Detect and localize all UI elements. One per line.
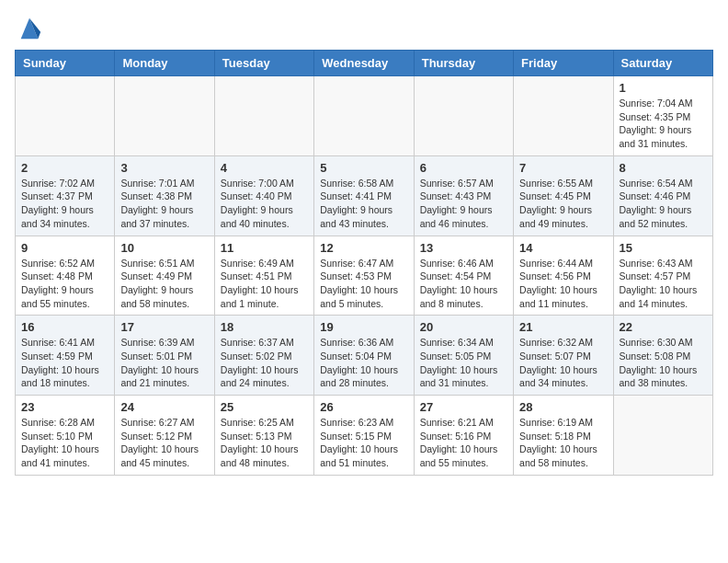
day-number: 12 (320, 241, 407, 255)
calendar-day-header: Saturday (613, 51, 712, 76)
calendar-day-header: Wednesday (314, 51, 414, 76)
calendar-day-cell: 7Sunrise: 6:55 AM Sunset: 4:45 PM Daylig… (514, 155, 613, 236)
calendar-day-cell: 12Sunrise: 6:47 AM Sunset: 4:53 PM Dayli… (314, 236, 414, 316)
day-info: Sunrise: 7:02 AM Sunset: 4:37 PM Dayligh… (21, 177, 108, 231)
calendar-day-cell: 25Sunrise: 6:25 AM Sunset: 5:13 PM Dayli… (214, 396, 313, 476)
day-info: Sunrise: 6:19 AM Sunset: 5:18 PM Dayligh… (519, 416, 607, 470)
day-info: Sunrise: 6:49 AM Sunset: 4:51 PM Dayligh… (221, 257, 308, 311)
day-number: 24 (120, 400, 208, 414)
calendar-day-cell (115, 76, 214, 156)
day-info: Sunrise: 7:01 AM Sunset: 4:38 PM Dayligh… (120, 177, 208, 231)
day-number: 7 (519, 161, 607, 175)
day-info: Sunrise: 6:57 AM Sunset: 4:43 PM Dayligh… (420, 177, 507, 231)
day-number: 17 (120, 320, 208, 334)
calendar-day-cell: 17Sunrise: 6:39 AM Sunset: 5:01 PM Dayli… (115, 316, 214, 396)
day-info: Sunrise: 6:34 AM Sunset: 5:05 PM Dayligh… (420, 336, 507, 390)
day-info: Sunrise: 6:30 AM Sunset: 5:08 PM Dayligh… (620, 336, 707, 390)
calendar-day-cell: 18Sunrise: 6:37 AM Sunset: 5:02 PM Dayli… (214, 316, 313, 396)
day-number: 23 (21, 400, 108, 414)
calendar-day-cell (514, 76, 613, 156)
calendar-day-cell: 24Sunrise: 6:27 AM Sunset: 5:12 PM Dayli… (115, 396, 214, 476)
day-info: Sunrise: 6:25 AM Sunset: 5:13 PM Dayligh… (221, 416, 308, 470)
day-number: 10 (120, 241, 208, 255)
day-number: 2 (21, 161, 108, 175)
day-number: 11 (221, 241, 308, 255)
calendar-day-cell: 13Sunrise: 6:46 AM Sunset: 4:54 PM Dayli… (414, 236, 513, 316)
calendar-day-cell: 5Sunrise: 6:58 AM Sunset: 4:41 PM Daylig… (314, 155, 414, 236)
day-info: Sunrise: 6:55 AM Sunset: 4:45 PM Dayligh… (519, 177, 607, 231)
day-number: 22 (620, 320, 707, 334)
calendar-day-cell: 21Sunrise: 6:32 AM Sunset: 5:07 PM Dayli… (514, 316, 613, 396)
day-number: 3 (120, 161, 208, 175)
day-info: Sunrise: 7:00 AM Sunset: 4:40 PM Dayligh… (221, 177, 308, 231)
calendar-day-cell: 1Sunrise: 7:04 AM Sunset: 4:35 PM Daylig… (613, 76, 712, 156)
day-info: Sunrise: 6:51 AM Sunset: 4:49 PM Dayligh… (120, 257, 208, 311)
calendar-header-row: SundayMondayTuesdayWednesdayThursdayFrid… (16, 51, 713, 76)
day-number: 14 (519, 241, 607, 255)
day-number: 21 (519, 320, 607, 334)
calendar-day-cell: 14Sunrise: 6:44 AM Sunset: 4:56 PM Dayli… (514, 236, 613, 316)
day-info: Sunrise: 6:21 AM Sunset: 5:16 PM Dayligh… (420, 416, 507, 470)
day-number: 6 (420, 161, 507, 175)
day-number: 8 (620, 161, 707, 175)
day-info: Sunrise: 6:46 AM Sunset: 4:54 PM Dayligh… (420, 257, 507, 311)
day-info: Sunrise: 6:32 AM Sunset: 5:07 PM Dayligh… (519, 336, 607, 390)
calendar-day-cell: 4Sunrise: 7:00 AM Sunset: 4:40 PM Daylig… (214, 155, 313, 236)
calendar-table: SundayMondayTuesdayWednesdayThursdayFrid… (15, 50, 713, 476)
calendar-day-cell: 19Sunrise: 6:36 AM Sunset: 5:04 PM Dayli… (314, 316, 414, 396)
calendar-week-row: 16Sunrise: 6:41 AM Sunset: 4:59 PM Dayli… (16, 316, 713, 396)
day-number: 18 (221, 320, 308, 334)
day-info: Sunrise: 6:28 AM Sunset: 5:10 PM Dayligh… (21, 416, 108, 470)
calendar-day-cell: 22Sunrise: 6:30 AM Sunset: 5:08 PM Dayli… (613, 316, 712, 396)
calendar-week-row: 2Sunrise: 7:02 AM Sunset: 4:37 PM Daylig… (16, 155, 713, 236)
calendar-day-cell: 28Sunrise: 6:19 AM Sunset: 5:18 PM Dayli… (514, 396, 613, 476)
calendar-day-cell (214, 76, 313, 156)
day-number: 19 (320, 320, 407, 334)
day-number: 28 (519, 400, 607, 414)
day-number: 20 (420, 320, 507, 334)
logo-icon (17, 15, 42, 40)
day-number: 15 (620, 241, 707, 255)
day-number: 1 (620, 81, 707, 95)
day-info: Sunrise: 6:41 AM Sunset: 4:59 PM Dayligh… (21, 336, 108, 390)
calendar-week-row: 23Sunrise: 6:28 AM Sunset: 5:10 PM Dayli… (16, 396, 713, 476)
calendar-day-cell: 11Sunrise: 6:49 AM Sunset: 4:51 PM Dayli… (214, 236, 313, 316)
day-number: 27 (420, 400, 507, 414)
calendar-day-cell: 6Sunrise: 6:57 AM Sunset: 4:43 PM Daylig… (414, 155, 513, 236)
day-info: Sunrise: 6:27 AM Sunset: 5:12 PM Dayligh… (120, 416, 208, 470)
calendar-week-row: 1Sunrise: 7:04 AM Sunset: 4:35 PM Daylig… (16, 76, 713, 156)
day-info: Sunrise: 6:47 AM Sunset: 4:53 PM Dayligh… (320, 257, 407, 311)
calendar-day-header: Monday (115, 51, 214, 76)
day-info: Sunrise: 6:58 AM Sunset: 4:41 PM Dayligh… (320, 177, 407, 231)
calendar-day-cell: 16Sunrise: 6:41 AM Sunset: 4:59 PM Dayli… (16, 316, 115, 396)
calendar-day-cell: 3Sunrise: 7:01 AM Sunset: 4:38 PM Daylig… (115, 155, 214, 236)
day-info: Sunrise: 6:36 AM Sunset: 5:04 PM Dayligh… (320, 336, 407, 390)
calendar-day-cell: 10Sunrise: 6:51 AM Sunset: 4:49 PM Dayli… (115, 236, 214, 316)
day-number: 4 (221, 161, 308, 175)
calendar-day-cell: 23Sunrise: 6:28 AM Sunset: 5:10 PM Dayli… (16, 396, 115, 476)
calendar-day-cell: 15Sunrise: 6:43 AM Sunset: 4:57 PM Dayli… (613, 236, 712, 316)
day-info: Sunrise: 6:37 AM Sunset: 5:02 PM Dayligh… (221, 336, 308, 390)
day-info: Sunrise: 6:44 AM Sunset: 4:56 PM Dayligh… (519, 257, 607, 311)
calendar-day-cell: 8Sunrise: 6:54 AM Sunset: 4:46 PM Daylig… (613, 155, 712, 236)
calendar-day-cell (613, 396, 712, 476)
calendar-day-cell: 27Sunrise: 6:21 AM Sunset: 5:16 PM Dayli… (414, 396, 513, 476)
calendar-day-header: Sunday (16, 51, 115, 76)
calendar-day-header: Tuesday (214, 51, 313, 76)
day-info: Sunrise: 6:54 AM Sunset: 4:46 PM Dayligh… (620, 177, 707, 231)
calendar-day-cell: 20Sunrise: 6:34 AM Sunset: 5:05 PM Dayli… (414, 316, 513, 396)
day-info: Sunrise: 6:23 AM Sunset: 5:15 PM Dayligh… (320, 416, 407, 470)
day-info: Sunrise: 6:52 AM Sunset: 4:48 PM Dayligh… (21, 257, 108, 311)
day-info: Sunrise: 6:39 AM Sunset: 5:01 PM Dayligh… (120, 336, 208, 390)
calendar-day-cell (414, 76, 513, 156)
day-number: 16 (21, 320, 108, 334)
calendar-day-cell (314, 76, 414, 156)
day-number: 5 (320, 161, 407, 175)
calendar-week-row: 9Sunrise: 6:52 AM Sunset: 4:48 PM Daylig… (16, 236, 713, 316)
calendar-day-header: Friday (514, 51, 613, 76)
calendar-day-cell (16, 76, 115, 156)
day-number: 9 (21, 241, 108, 255)
calendar-day-cell: 26Sunrise: 6:23 AM Sunset: 5:15 PM Dayli… (314, 396, 414, 476)
calendar-day-header: Thursday (414, 51, 513, 76)
calendar-day-cell: 9Sunrise: 6:52 AM Sunset: 4:48 PM Daylig… (16, 236, 115, 316)
